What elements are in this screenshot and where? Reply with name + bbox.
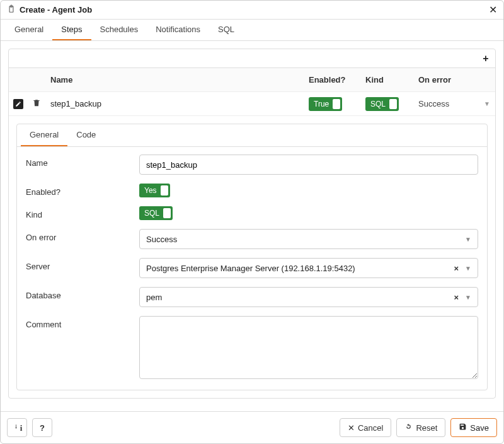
kind-toggle[interactable]: SQL xyxy=(139,206,173,220)
col-onerror: On error xyxy=(413,75,495,85)
tab-sql[interactable]: SQL xyxy=(209,20,243,40)
question-icon: ? xyxy=(40,423,45,433)
step-form: Name Enabled? Yes xyxy=(17,147,487,381)
server-select[interactable]: Postgres Enterprise Manager Server (192.… xyxy=(139,258,478,278)
toggle-knob xyxy=(163,208,171,218)
tab-schedules[interactable]: Schedules xyxy=(91,20,147,40)
main-tabs: General Steps Schedules Notifications SQ… xyxy=(1,20,503,41)
clear-server-button[interactable]: × xyxy=(454,264,459,273)
subtab-general[interactable]: General xyxy=(21,124,67,146)
col-name: Name xyxy=(45,75,306,85)
help-button[interactable]: ? xyxy=(32,418,52,437)
col-kind: Kind xyxy=(363,75,413,85)
pencil-icon xyxy=(15,101,21,107)
save-icon xyxy=(459,423,467,433)
close-button[interactable]: ✕ xyxy=(489,5,497,15)
enabled-label: Enabled? xyxy=(26,184,139,197)
chevron-down-icon: ▼ xyxy=(465,265,471,272)
step-detail-panel: General Code Name Enabled? Y xyxy=(16,124,488,390)
table-row: step1_backup True SQL Success ▼ xyxy=(9,92,495,116)
chevron-down-icon: ▼ xyxy=(465,294,471,301)
chevron-down-icon: ▼ xyxy=(465,236,471,243)
trash-icon xyxy=(32,98,41,107)
info-icon: i xyxy=(12,423,23,433)
create-agent-job-dialog: Create - Agent Job ✕ General Steps Sched… xyxy=(0,0,504,444)
comment-label: Comment xyxy=(26,316,139,329)
reset-button[interactable]: Reset xyxy=(396,418,445,437)
toggle-knob xyxy=(161,185,168,196)
sub-tabs: General Code xyxy=(17,124,487,147)
row-enabled-toggle[interactable]: True xyxy=(309,97,342,111)
name-label: Name xyxy=(26,155,139,168)
grid-toolbar: + xyxy=(9,49,495,68)
dialog-title: Create - Agent Job xyxy=(20,5,92,15)
name-input[interactable] xyxy=(139,155,478,175)
edit-row-button[interactable] xyxy=(13,99,23,109)
tab-general[interactable]: General xyxy=(6,20,52,40)
steps-grid: + Name Enabled? Kind On error xyxy=(8,49,496,399)
dialog-titlebar: Create - Agent Job ✕ xyxy=(1,1,503,20)
save-button[interactable]: Save xyxy=(450,418,497,437)
info-button[interactable]: i xyxy=(7,418,27,437)
kind-label: Kind xyxy=(26,206,139,219)
recycle-icon xyxy=(404,423,413,433)
chevron-down-icon: ▼ xyxy=(484,100,490,107)
comment-textarea[interactable] xyxy=(139,316,478,379)
close-icon: ✕ xyxy=(348,423,355,433)
clear-database-button[interactable]: × xyxy=(454,293,459,302)
subtab-code[interactable]: Code xyxy=(67,124,105,146)
clipboard-icon xyxy=(7,4,16,15)
cancel-button[interactable]: ✕ Cancel xyxy=(340,418,391,437)
add-step-button[interactable]: + xyxy=(476,53,495,64)
dialog-footer: i ? ✕ Cancel Reset Save xyxy=(1,411,503,443)
server-label: Server xyxy=(26,258,139,271)
toggle-knob xyxy=(389,99,397,109)
row-kind-toggle[interactable]: SQL xyxy=(365,97,399,111)
onerror-select[interactable]: Success ▼ xyxy=(139,229,478,249)
grid-header: Name Enabled? Kind On error xyxy=(9,68,495,92)
database-select[interactable]: pem × ▼ xyxy=(139,287,478,307)
row-name: step1_backup xyxy=(45,99,306,108)
enabled-toggle[interactable]: Yes xyxy=(139,184,170,197)
col-enabled: Enabled? xyxy=(306,75,363,85)
dialog-body: + Name Enabled? Kind On error xyxy=(1,41,503,411)
row-onerror-select[interactable]: Success ▼ xyxy=(418,99,490,108)
tab-steps[interactable]: Steps xyxy=(52,20,91,40)
toggle-knob xyxy=(333,99,340,109)
database-label: Database xyxy=(26,287,139,300)
onerror-label: On error xyxy=(26,229,139,242)
delete-row-button[interactable] xyxy=(32,98,41,109)
tab-notifications[interactable]: Notifications xyxy=(147,20,209,40)
